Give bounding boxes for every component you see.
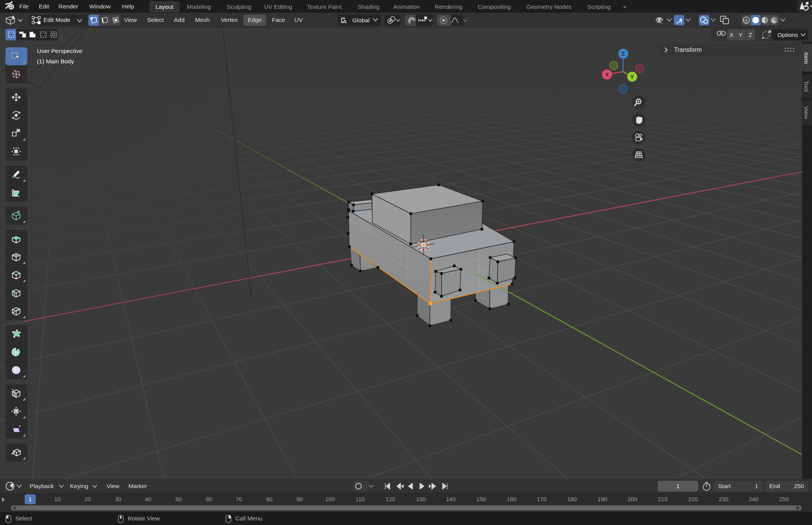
svg-text:Z: Z [622,51,625,57]
svg-text:Y: Y [630,74,634,80]
svg-text:X: X [605,71,609,78]
